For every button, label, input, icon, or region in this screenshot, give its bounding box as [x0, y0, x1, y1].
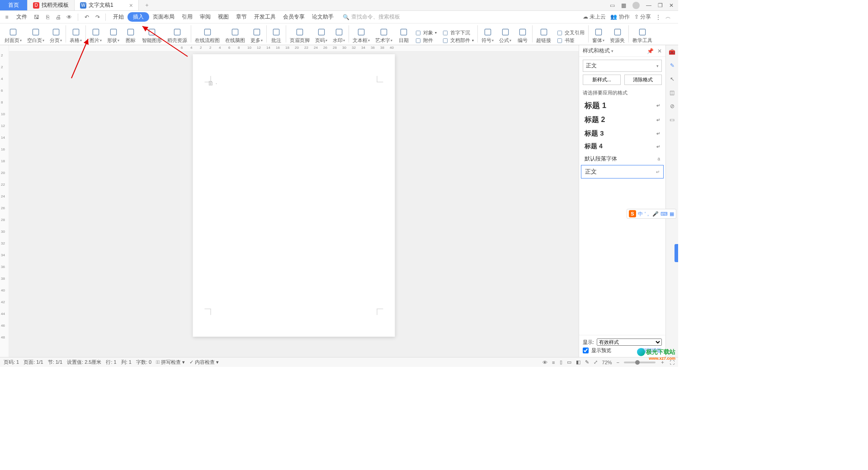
ribbon-对象[interactable]: 对象 ▾ [415, 29, 437, 36]
ribbon-首字下沉[interactable]: 首字下沉 [442, 29, 474, 36]
menu-插入[interactable]: 插入 [127, 12, 149, 22]
status-page[interactable]: 页面: 1/1 [24, 359, 43, 366]
ribbon-文本框[interactable]: 文本框▾ [350, 27, 373, 44]
close-panel-icon[interactable]: ✕ [657, 48, 662, 54]
ime-toolbar[interactable]: S 中 '， 🎤 ⌨ ▦ [627, 209, 676, 219]
ime-mic-icon[interactable]: 🎤 [652, 211, 659, 217]
preview-checkbox[interactable] [583, 348, 589, 353]
grid-icon[interactable]: ▦ [621, 2, 626, 9]
collab-button[interactable]: 👥 协作 [610, 13, 629, 21]
ribbon-文档部件[interactable]: 文档部件 ▾ [442, 37, 474, 44]
select-icon[interactable]: ↖ [670, 76, 675, 82]
new-tab-button[interactable]: ＋ [139, 0, 155, 10]
view-layout-icon[interactable]: ≡ [552, 360, 555, 365]
ime-grid-icon[interactable]: ▦ [670, 211, 674, 217]
ribbon-公式[interactable]: 公式▾ [496, 27, 514, 44]
ribbon-图标[interactable]: 图标 [122, 27, 139, 44]
undo-icon[interactable]: ↶ [83, 14, 91, 20]
ribbon-封面页[interactable]: 封面页▾ [2, 27, 24, 44]
status-chars[interactable]: 字数: 0 [136, 359, 151, 366]
styles-icon[interactable]: ✎ [670, 62, 675, 69]
view-page-icon[interactable]: ▯ [560, 359, 562, 365]
tab-templates[interactable]: D 找稻壳模板 [28, 0, 75, 10]
minimize-icon[interactable]: — [646, 2, 651, 9]
ribbon-水印[interactable]: 水印▾ [330, 27, 348, 44]
style-标题 3[interactable]: 标题 3↵ [581, 127, 664, 140]
ribbon-窗体[interactable]: 窗体▾ [590, 27, 607, 44]
view-book-icon[interactable]: ▭ [567, 359, 571, 365]
status-indent[interactable]: 设置值: 2.5厘米 [67, 359, 101, 366]
zoom-value[interactable]: 72% [602, 360, 612, 365]
document-area[interactable]: 642246810121416182022242628303234363840 … [9, 45, 579, 357]
ribbon-教学工具[interactable]: 教学工具 [630, 27, 655, 44]
zoom-out-icon[interactable]: − [617, 360, 619, 365]
menu-章节[interactable]: 章节 [232, 12, 250, 22]
menu-开发工具[interactable]: 开发工具 [250, 12, 279, 22]
new-style-button[interactable]: 新样式... [583, 75, 621, 85]
tab-document[interactable]: W 文字文稿1 × [75, 0, 139, 10]
cloud-status[interactable]: ☁ 未上云 [583, 13, 606, 21]
ribbon-批注[interactable]: 批注 [268, 27, 285, 44]
export-icon[interactable]: ⎘ [43, 14, 52, 20]
ime-punct[interactable]: '， [645, 211, 651, 217]
view-outline-icon[interactable]: ◧ [576, 359, 580, 365]
status-page-no[interactable]: 页码: 1 [4, 359, 19, 366]
pen-icon[interactable]: ✎ [585, 359, 589, 365]
tab-home[interactable]: 首页 [0, 0, 28, 10]
zoom-fit-icon[interactable]: ⤢ [594, 359, 598, 365]
menu-file[interactable]: 文件 [13, 12, 31, 22]
ribbon-形状[interactable]: 形状▾ [104, 27, 122, 44]
preview-icon[interactable]: 👁 [65, 14, 73, 20]
ribbon-书签[interactable]: 书签 [557, 37, 585, 44]
spell-check[interactable]: �⃝ 拼写检查 ▾ [156, 359, 185, 366]
share-button[interactable]: ⇪ 分享 [634, 13, 651, 21]
ime-keyboard-icon[interactable]: ⌨ [660, 211, 668, 217]
ribbon-更多[interactable]: 更多▾ [248, 27, 265, 44]
status-section[interactable]: 节: 1/1 [48, 359, 62, 366]
ribbon-分页[interactable]: 分页▾ [47, 27, 65, 44]
menu-页面布局[interactable]: 页面布局 [149, 12, 178, 22]
shapes-icon[interactable]: ◫ [670, 89, 675, 96]
current-style-select[interactable]: 正文▾ [583, 60, 662, 72]
ribbon-稻壳资源[interactable]: 稻壳资源 [165, 27, 190, 44]
style-标题 1[interactable]: 标题 1↵ [581, 98, 664, 113]
redo-icon[interactable]: ↷ [94, 14, 102, 20]
more-icon[interactable]: ⋮ [656, 14, 661, 20]
close-tab-icon[interactable]: × [129, 2, 133, 9]
menu-审阅[interactable]: 审阅 [196, 12, 214, 22]
ime-lang[interactable]: 中 [638, 211, 643, 217]
print-icon[interactable]: 🖨 [54, 14, 62, 20]
style-标题 4[interactable]: 标题 4↵ [581, 140, 664, 153]
layout-icon[interactable]: ▭ [610, 2, 615, 9]
command-search[interactable]: 🔍 查找命令、搜索模板 [343, 13, 400, 21]
reading-icon[interactable]: ▭ [670, 117, 675, 123]
ribbon-在线流程图[interactable]: 在线流程图 [192, 27, 222, 44]
clear-format-button[interactable]: 清除格式 [624, 75, 662, 85]
ribbon-交叉引用[interactable]: 交叉引用 [557, 29, 585, 36]
page[interactable]: 🗎 · [193, 54, 395, 337]
content-check[interactable]: ✓ 内容检查 ▾ [189, 359, 219, 366]
ribbon-空白页[interactable]: 空白页▾ [24, 27, 47, 44]
ribbon-页眉页脚[interactable]: 页眉页脚 [287, 27, 312, 44]
ribbon-在线脑图[interactable]: 在线脑图 [222, 27, 248, 44]
style-默认段落字体[interactable]: 默认段落字体a [581, 153, 664, 165]
eye-icon[interactable]: 👁 [542, 360, 547, 365]
menu-论文助手[interactable]: 论文助手 [308, 12, 337, 22]
collapse-ribbon-icon[interactable]: ︿ [665, 13, 671, 21]
status-row[interactable]: 行: 1 [106, 359, 116, 366]
menu-视图[interactable]: 视图 [214, 12, 232, 22]
hamburger-icon[interactable]: ≡ [3, 14, 11, 20]
maximize-icon[interactable]: ❐ [658, 2, 663, 9]
ribbon-资源夹[interactable]: 资源夹 [607, 27, 627, 44]
show-filter-select[interactable]: 有效样式 [597, 338, 662, 346]
protect-icon[interactable]: ⊘ [670, 103, 675, 109]
ribbon-表格[interactable]: 表格▾ [67, 27, 85, 44]
status-col[interactable]: 列: 1 [121, 359, 132, 366]
style-标题 2[interactable]: 标题 2↵ [581, 113, 664, 127]
menu-会员专享[interactable]: 会员专享 [279, 12, 308, 22]
toolbox-icon[interactable]: 🧰 [669, 49, 675, 55]
ribbon-日期[interactable]: 日期 [395, 27, 412, 44]
ribbon-图片[interactable]: 图片▾ [87, 27, 104, 44]
save-icon[interactable]: 🖫 [33, 14, 41, 20]
user-avatar[interactable] [632, 2, 640, 9]
